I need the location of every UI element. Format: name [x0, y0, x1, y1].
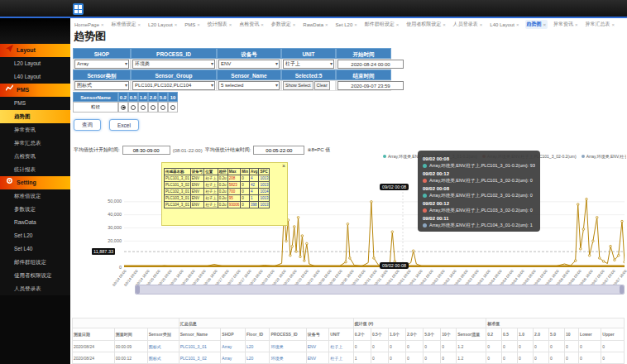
- sidebar-section-layout[interactable]: Layout: [0, 44, 70, 57]
- tab-close-icon[interactable]: ×: [175, 22, 178, 27]
- tab-close-icon[interactable]: ×: [229, 22, 232, 27]
- tab-close-icon[interactable]: ×: [293, 22, 296, 27]
- sidebar-item[interactable]: 点检资讯: [0, 150, 70, 163]
- breadcrumb-tab[interactable]: 统计报表×: [206, 20, 234, 29]
- sidebar: LayoutL20 LayoutL40 LayoutPMSPMS趋势图异常资讯异…: [0, 18, 70, 364]
- summary-cell: 93006: [227, 202, 241, 208]
- tab-label: L20 Layout: [148, 22, 173, 27]
- tab-label: 标准值设定: [112, 21, 136, 28]
- filter-cell: [336, 80, 391, 91]
- summary-cell: 0.2u: [218, 195, 227, 202]
- breadcrumb-tab[interactable]: PMS×: [183, 20, 202, 29]
- breadcrumb-tab[interactable]: L20 Layout×: [146, 20, 179, 29]
- legend-item[interactable]: Array,环境类,ENV,柱子上,PLC102_3_01-0.2(um): [582, 154, 626, 159]
- size-radio-2.0[interactable]: [151, 105, 156, 110]
- tab-close-icon[interactable]: ×: [480, 22, 483, 27]
- breadcrumb-tab[interactable]: HomePage×: [73, 20, 106, 29]
- end-time-input[interactable]: [337, 81, 404, 90]
- tab-close-icon[interactable]: ×: [354, 22, 357, 27]
- table-column-header: 2.0个: [406, 328, 424, 341]
- size-radio-10[interactable]: [170, 105, 175, 110]
- breadcrumb-tab[interactable]: L40 Layout×: [488, 20, 520, 29]
- summary-cell: 0.2u: [218, 189, 227, 195]
- tab-close-icon[interactable]: ×: [197, 22, 200, 27]
- tab-label: 点检资讯: [239, 21, 259, 28]
- apps-grid-icon[interactable]: [73, 3, 84, 15]
- tab-close-icon[interactable]: ×: [612, 22, 615, 27]
- size-radio-1.0[interactable]: [141, 105, 146, 110]
- table-cell: 0: [406, 341, 424, 352]
- size-radio-5.0[interactable]: [160, 105, 165, 110]
- sidebar-item[interactable]: 邮件群组设定: [0, 256, 70, 269]
- shop-select[interactable]: Array▾: [74, 60, 129, 69]
- sidebar-item[interactable]: 使用者权限设定: [0, 269, 70, 282]
- tab-close-icon[interactable]: ×: [261, 22, 264, 27]
- tab-close-icon[interactable]: ×: [138, 22, 141, 27]
- sidebar-item[interactable]: L20 Layout: [0, 57, 70, 70]
- breadcrumb-tab[interactable]: 使用者权限设定×: [404, 20, 448, 29]
- tab-close-icon[interactable]: ×: [443, 22, 446, 27]
- size-radio-cell: [118, 102, 128, 113]
- sidebar-item[interactable]: Set L20: [0, 229, 70, 242]
- show-select-button[interactable]: Show Select: [283, 81, 314, 90]
- table-group-header: 标准值: [486, 318, 625, 328]
- slider-left-handle[interactable]: [136, 285, 140, 294]
- avg-end-input[interactable]: [253, 146, 304, 155]
- size-radio-0.5[interactable]: [131, 105, 136, 110]
- sidebar-item[interactable]: 参数设定: [0, 203, 70, 216]
- sidebar-item[interactable]: 标准值设定: [0, 189, 70, 203]
- sidebar-item[interactable]: Set L40: [0, 242, 70, 256]
- sidebar-section-pms[interactable]: PMS: [0, 84, 70, 97]
- breadcrumb-tab[interactable]: 标准值设定×: [110, 20, 143, 29]
- breadcrumb-tab[interactable]: RawData×: [301, 20, 329, 29]
- tab-close-icon[interactable]: ×: [101, 22, 104, 27]
- sensor-group-select[interactable]: PLC101,PLC102,PLC104▾: [132, 81, 215, 90]
- excel-button[interactable]: Excel: [109, 119, 139, 131]
- breadcrumb-tab[interactable]: 邮件群组设定×: [363, 20, 401, 29]
- sidebar-item[interactable]: PMS: [0, 97, 70, 110]
- sensor-type-select[interactable]: 图标式▾: [74, 81, 129, 90]
- filter-header-cell: Sensor类别: [73, 69, 131, 80]
- sidebar-item[interactable]: 异常汇总表: [0, 136, 70, 150]
- sidebar-item[interactable]: L40 Layout: [0, 70, 70, 84]
- chart-range-slider[interactable]: [135, 285, 625, 295]
- breadcrumb-tab[interactable]: 异常资讯×: [552, 20, 580, 29]
- close-icon[interactable]: ×: [282, 163, 285, 169]
- tab-close-icon[interactable]: ×: [575, 22, 578, 27]
- tooltip-time: 09/02 00:11: [423, 216, 535, 221]
- tab-close-icon[interactable]: ×: [543, 22, 547, 27]
- breadcrumb-tab[interactable]: 异常汇总表×: [584, 20, 617, 29]
- sensor-name-select[interactable]: 5 selected▾: [218, 81, 280, 90]
- summary-cell: 0.2u: [218, 175, 227, 182]
- tab-close-icon[interactable]: ×: [516, 22, 519, 27]
- tab-close-icon[interactable]: ×: [325, 22, 328, 27]
- breadcrumb-tab[interactable]: 参数设定×: [270, 20, 298, 29]
- device-select[interactable]: ENV▾: [218, 60, 280, 69]
- sidebar-item[interactable]: 统计报表: [0, 163, 70, 176]
- breadcrumb-tab[interactable]: 点检资讯×: [237, 20, 266, 29]
- line-chart-icon: [6, 84, 13, 97]
- table-column-header: 0.5: [502, 328, 518, 341]
- avg-start-input[interactable]: [122, 146, 170, 155]
- slider-right-handle[interactable]: [620, 285, 624, 294]
- tab-close-icon[interactable]: ×: [396, 22, 400, 27]
- table-cell: 图标式: [147, 341, 179, 352]
- sidebar-item[interactable]: 趋势图: [0, 110, 70, 123]
- table-column-header: Upper: [601, 328, 625, 341]
- summary-cell: PLC101_3_02: [165, 182, 191, 189]
- start-time-input[interactable]: [337, 60, 404, 69]
- clear-button[interactable]: Clear: [314, 81, 330, 90]
- process-id-select[interactable]: 环境类▾: [132, 60, 215, 69]
- unit-select[interactable]: 柱子上▾: [283, 60, 334, 69]
- sidebar-item[interactable]: RawData: [0, 216, 70, 229]
- size-radio-0.2[interactable]: [121, 105, 126, 110]
- breadcrumb-tab[interactable]: Set L20×: [334, 20, 359, 29]
- sidebar-section-setting[interactable]: Setting: [0, 176, 70, 189]
- query-button[interactable]: 查询: [74, 119, 101, 131]
- breadcrumb-tab[interactable]: 趋势图×: [525, 20, 548, 29]
- sidebar-item[interactable]: 异常资讯: [0, 123, 70, 136]
- y-tick-label: 40,000: [87, 212, 122, 217]
- sidebar-item[interactable]: 人员登录表: [0, 282, 70, 295]
- summary-cell: 1013: [259, 175, 270, 182]
- breadcrumb-tab[interactable]: 人员登录表×: [452, 20, 485, 29]
